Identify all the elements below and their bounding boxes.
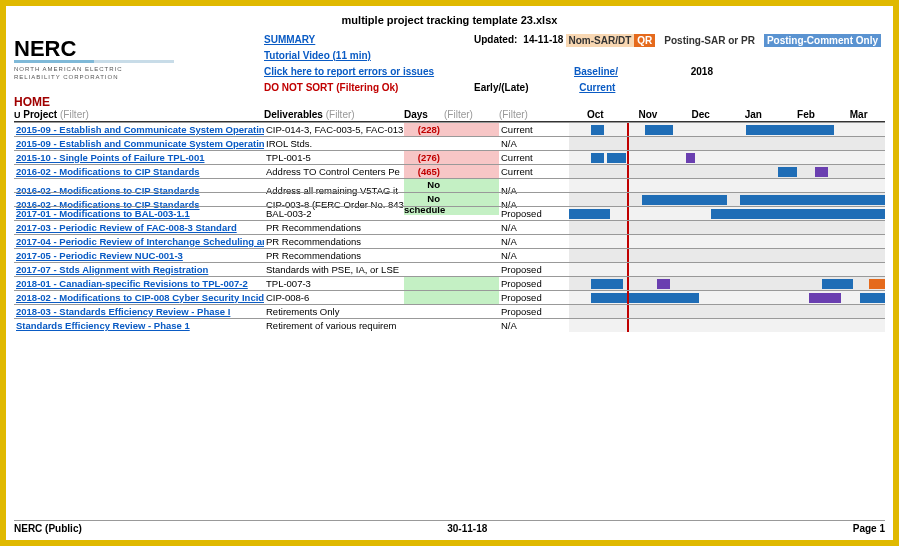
legend: Nom-SAR/DTQR Posting-SAR or PR Posting-C… xyxy=(566,34,881,47)
home-link[interactable]: HOME xyxy=(14,95,50,109)
today-line xyxy=(627,277,629,290)
project-link[interactable]: 2015-09 - Establish and Communicate Syst… xyxy=(14,138,264,149)
baseline-cell: Baseline/ 2018 xyxy=(474,66,885,82)
project-link[interactable]: 2017-04 - Periodic Review of Interchange… xyxy=(14,236,264,247)
days-status-colored xyxy=(404,277,499,290)
summary-link[interactable]: SUMMARY xyxy=(264,34,315,45)
status-value: Proposed xyxy=(499,292,569,303)
deliverable-cell: Standards with PSE, IA, or LSE xyxy=(264,264,404,275)
gantt-bar xyxy=(645,125,673,135)
days-filter[interactable]: (Filter) xyxy=(444,109,473,120)
gantt-bar xyxy=(686,153,695,163)
status-filter[interactable]: (Filter) xyxy=(499,109,528,120)
svg-rect-0 xyxy=(14,60,94,63)
today-line xyxy=(627,151,629,164)
project-link[interactable]: 2015-10 - Single Points of Failure TPL-0… xyxy=(14,152,264,163)
hdr-summary-row: SUMMARY xyxy=(264,34,474,50)
project-link[interactable]: 2015-09 - Establish and Communicate Syst… xyxy=(14,124,264,135)
today-line xyxy=(627,235,629,248)
today-line xyxy=(627,123,629,136)
status-value: N/A xyxy=(499,320,569,331)
svg-text:RELIABILITY CORPORATION: RELIABILITY CORPORATION xyxy=(14,74,118,80)
days-status-colored: (465) xyxy=(404,165,499,178)
updated-label: Updated: xyxy=(474,34,517,45)
days-head: Days xyxy=(404,109,428,120)
table-row: 2016-02 - Modifications to CIP Standards… xyxy=(14,164,885,178)
svg-rect-1 xyxy=(94,60,174,63)
footer-left: NERC (Public) xyxy=(14,523,82,534)
status-value: Proposed xyxy=(499,264,569,275)
deliverable-cell: CIP-008-6 xyxy=(264,292,404,303)
gantt-cell xyxy=(569,305,885,318)
project-link[interactable]: 2018-01 - Canadian-specific Revisions to… xyxy=(14,278,264,289)
gantt-bar xyxy=(657,279,670,289)
project-link[interactable]: 2017-03 - Periodic Review of FAC-008-3 S… xyxy=(14,222,264,233)
gantt-bar xyxy=(822,279,854,289)
days-value: (465) xyxy=(404,166,444,177)
gantt-cell xyxy=(569,123,885,136)
month-4: Feb xyxy=(780,109,833,120)
hdr-tutorial-row: Tutorial Video (11 min) xyxy=(264,50,474,66)
gantt-cell xyxy=(569,137,885,150)
project-filter[interactable]: (Filter) xyxy=(60,109,89,120)
project-link[interactable]: 2018-02 - Modifications to CIP-008 Cyber… xyxy=(14,292,264,303)
nerc-logo: NERC NORTH AMERICAN ELECTRIC RELIABILITY… xyxy=(14,34,264,82)
deliverable-cell: PR Recommendations xyxy=(264,250,404,261)
gantt-cell xyxy=(569,165,885,178)
month-5: Mar xyxy=(832,109,885,120)
table-row: 2015-10 - Single Points of Failure TPL-0… xyxy=(14,150,885,164)
sort-warning: DO NOT SORT (Filtering Ok) xyxy=(264,82,398,93)
gantt-cell xyxy=(569,277,885,290)
days-value: (228) xyxy=(404,124,444,135)
status-value: Current xyxy=(499,166,569,177)
report-link[interactable]: Click here to report errors or issues xyxy=(264,66,434,77)
table-row: 2017-07 - Stds Alignment with Registrati… xyxy=(14,262,885,276)
today-line xyxy=(627,291,629,304)
today-line xyxy=(627,207,629,220)
gantt-bar xyxy=(746,125,834,135)
current-link[interactable]: Current xyxy=(579,82,615,93)
gantt-bar xyxy=(642,195,727,205)
status-value: Proposed xyxy=(499,208,569,219)
deliverable-cell: Address TO Control Centers Pe xyxy=(264,166,404,177)
gantt-cell xyxy=(569,235,885,248)
gantt-cell xyxy=(569,249,885,262)
table-row: 2017-05 - Periodic Review NUC-001-3PR Re… xyxy=(14,248,885,262)
page-footer: NERC (Public) 30-11-18 Page 1 xyxy=(14,520,885,534)
today-line xyxy=(627,137,629,150)
month-2: Dec xyxy=(674,109,727,120)
project-link[interactable]: 2017-01 - Modifications to BAL-003-1.1 xyxy=(14,208,264,219)
gantt-bar xyxy=(809,293,841,303)
month-3: Jan xyxy=(727,109,780,120)
gantt-bar xyxy=(815,167,828,177)
header-block: NERC NORTH AMERICAN ELECTRIC RELIABILITY… xyxy=(14,34,885,93)
table-row: 2017-03 - Periodic Review of FAC-008-3 S… xyxy=(14,220,885,234)
project-link[interactable]: 2017-07 - Stds Alignment with Registrati… xyxy=(14,264,264,275)
today-line xyxy=(627,165,629,178)
status-value: Current xyxy=(499,124,569,135)
legend-posting: Posting-SAR or PR xyxy=(661,34,758,47)
gantt-bar xyxy=(591,279,623,289)
deliverables-filter[interactable]: (Filter) xyxy=(326,109,355,120)
gantt-bar xyxy=(569,209,610,219)
table-row: 2018-02 - Modifications to CIP-008 Cyber… xyxy=(14,290,885,304)
deliverable-cell: PR Recommendations xyxy=(264,222,404,233)
gantt-cell xyxy=(569,221,885,234)
days-value: (276) xyxy=(404,152,444,163)
footer-right: Page 1 xyxy=(853,523,885,534)
table-row: 2015-09 - Establish and Communicate Syst… xyxy=(14,136,885,150)
deliverable-cell: PR Recommendations xyxy=(264,236,404,247)
project-link[interactable]: Standards Efficiency Review - Phase 1 xyxy=(14,320,264,331)
baseline-link[interactable]: Baseline/ xyxy=(574,66,618,77)
gantt-bar xyxy=(778,167,797,177)
deliverable-cell: CIP-014-3, FAC-003-5, FAC-013 xyxy=(264,124,404,135)
hdr-report-row: Click here to report errors or issues xyxy=(264,66,474,82)
tutorial-link[interactable]: Tutorial Video (11 min) xyxy=(264,50,371,61)
hdr-sort-warn: DO NOT SORT (Filtering Ok) xyxy=(264,82,474,93)
u-head: U xyxy=(14,110,21,120)
early-late-row: Early/(Late) Current xyxy=(474,82,885,93)
project-link[interactable]: 2017-05 - Periodic Review NUC-001-3 xyxy=(14,250,264,261)
status-value: N/A xyxy=(499,250,569,261)
project-link[interactable]: 2016-02 - Modifications to CIP Standards xyxy=(14,166,264,177)
project-link[interactable]: 2018-03 - Standards Efficiency Review - … xyxy=(14,306,264,317)
